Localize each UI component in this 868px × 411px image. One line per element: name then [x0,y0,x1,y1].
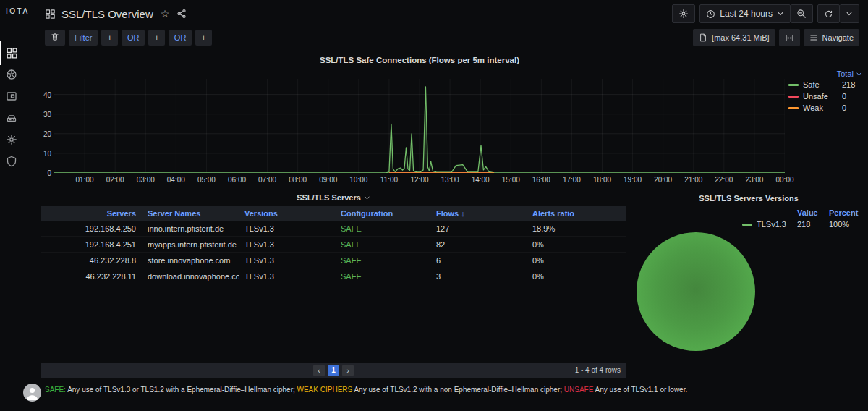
timeseries-legend-items: Safe218Unsafe0Weak0 [788,80,864,112]
next-page-button[interactable]: › [342,365,354,376]
add-filter-button-1[interactable]: + [101,30,117,46]
table-row[interactable]: 192.168.4.250inno.intern.pfisterit.deTLS… [41,221,626,237]
file-icon [699,33,707,42]
table-cell: download.innovaphone.com [142,272,239,281]
magnifier-minus-icon [796,9,807,19]
refresh-interval-button[interactable] [840,4,859,23]
screen-icon [6,90,17,102]
pie-legend-header-percent[interactable]: Percent [829,208,865,217]
or-button-1[interactable]: OR [122,30,145,46]
table-cell: 18.9% [527,224,626,233]
x-tick-label: 16:00 [532,176,550,184]
legend-item-unsafe[interactable]: Unsafe0 [788,92,864,101]
x-tick-label: 12:00 [410,176,428,184]
gear-icon [678,9,689,19]
add-filter-button-2[interactable]: + [148,30,164,46]
gear-icon [6,134,17,145]
sidebar-item-settings[interactable] [0,129,38,151]
table-row[interactable]: 192.168.4.251myapps.intern.pfisterit.deT… [41,237,626,253]
legend-item-value: 0 [842,92,864,101]
pie-chart[interactable] [637,232,755,351]
x-tick-label: 00:00 [775,176,793,184]
classification-disclaimer: SAFE: Any use of TLSv1.3 or TLS1.2 with … [45,386,687,394]
refresh-button[interactable] [817,4,840,23]
servers-table-panel: SSL/TLS Servers Servers Server Names Ver… [41,190,626,379]
table-cell: store.innovaphone.com [142,256,239,265]
table-row[interactable]: 46.232.228.8store.innovaphone.comTLSv1.3… [41,253,626,268]
pie-legend-header-value[interactable]: Value [797,208,829,217]
legend-sort-header[interactable]: Total [788,69,864,78]
header-bar: SSL/TLS Overview ☆ Last 24 hours [38,0,868,27]
sidebar-item-remote-view[interactable] [0,85,38,107]
y-tick-label: 30 [38,111,51,119]
timeseries-plot[interactable] [54,79,785,173]
aperture-icon [6,69,17,80]
table-cell: TLSv1.3 [239,224,335,233]
table-cell: TLSv1.3 [239,272,335,281]
legend-item-label: Safe [803,80,842,89]
x-tick-label: 05:00 [197,176,216,184]
table-header-server-names[interactable]: Server Names [142,209,239,218]
x-tick-label: 07:00 [258,176,276,184]
table-body: 192.168.4.250inno.intern.pfisterit.deTLS… [41,221,626,284]
table-row[interactable]: 46.232.228.11download.innovaphone.comTLS… [41,268,626,284]
main-content: SSL/TLS Overview ☆ Last 24 hours [38,0,868,411]
table-cell: 192.168.4.250 [41,224,142,233]
pie-legend-item[interactable]: TLSv1.3218100% [742,220,865,229]
or-button-2[interactable]: OR [169,30,192,46]
hamburger-menu-icon [809,33,818,42]
table-header-servers[interactable]: Servers [41,209,142,218]
x-tick-label: 22:00 [715,176,733,184]
time-range-label: Last 24 hours [720,9,773,19]
refresh-icon [824,9,833,19]
time-controls: Last 24 hours [699,4,813,23]
favorite-star-icon[interactable]: ☆ [161,8,170,20]
share-icon[interactable] [176,9,187,19]
timeseries-legend: Total Safe218Unsafe0Weak0 [788,69,864,115]
legend-series-color [788,84,799,86]
table-cell: SAFE [335,272,430,281]
table-header-versions[interactable]: Versions [239,209,335,218]
time-range-picker[interactable]: Last 24 hours [699,4,791,23]
table-header-alerts-ratio[interactable]: Alerts ratio [527,209,626,218]
pie-legend-percent: 100% [829,220,865,229]
legend-item-safe[interactable]: Safe218 [788,80,864,89]
x-tick-label: 19:00 [624,176,642,184]
servers-table-title-row[interactable]: SSL/TLS Servers [41,190,626,206]
unsafe-text: Any use of TLSv1.1 or lower. [593,386,687,394]
x-tick-label: 08:00 [289,176,307,184]
legend-item-value: 0 [842,103,864,112]
fit-width-button[interactable] [779,29,800,46]
legend-item-label: Unsafe [803,92,842,101]
legend-item-weak[interactable]: Weak0 [788,103,864,112]
table-cell: TLSv1.3 [239,240,335,249]
y-axis-labels: 010203040 [38,79,51,173]
page-number-button[interactable]: 1 [328,365,339,376]
sidebar-item-security[interactable] [0,151,38,172]
x-tick-label: 09:00 [319,176,337,184]
table-cell: myapps.intern.pfisterit.de [142,240,239,249]
zoom-out-button[interactable] [791,4,813,23]
table-cell: 0% [527,240,626,249]
rows-count-info: 1 - 4 of 4 rows [575,366,621,374]
sidebar-item-storage[interactable] [0,107,38,129]
table-header-configuration[interactable]: Configuration [335,209,430,218]
add-filter-button-3[interactable]: + [195,30,211,46]
chevron-down-icon [364,195,370,201]
legend-header-label: Total [837,69,854,78]
sort-desc-icon: ↓ [461,209,465,218]
prev-page-button[interactable]: ‹ [313,365,325,376]
app-logo: IOTA [6,7,30,15]
sidebar-item-apps[interactable] [0,42,38,64]
sidebar-item-capture[interactable] [0,64,38,85]
refresh-controls [817,4,859,23]
memory-usage-button[interactable]: [max 64.31 MiB] [693,29,775,46]
table-header-flows[interactable]: Flows ↓ [430,209,527,218]
dashboard-settings-button[interactable] [672,4,695,23]
versions-pie-panel: SSL/TLS Servers Versions Value Percent T… [629,190,868,379]
clear-filters-button[interactable] [45,30,65,46]
x-tick-label: 13:00 [441,176,459,184]
navigate-button[interactable]: Navigate [804,29,859,46]
filter-button[interactable]: Filter [69,30,98,46]
y-tick-label: 40 [38,91,51,99]
